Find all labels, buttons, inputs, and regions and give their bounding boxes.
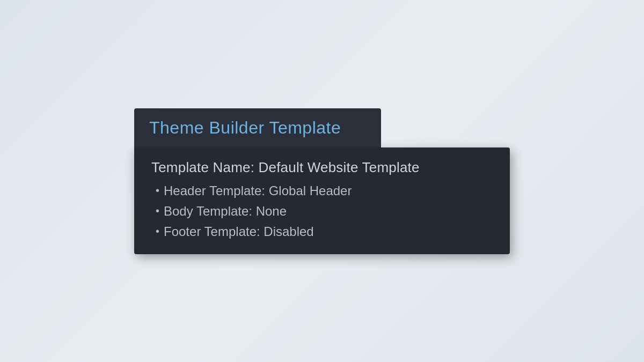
bullet-icon: •: [156, 184, 159, 197]
list-item: • Footer Template: Disabled: [151, 224, 493, 239]
bullet-icon: •: [156, 205, 159, 217]
tooltip-title: Theme Builder Template: [149, 118, 341, 137]
template-name-row: Template Name: Default Website Template: [151, 159, 493, 176]
list-item: • Body Template: None: [151, 204, 493, 219]
bullet-icon: •: [156, 225, 159, 238]
header-template-label: Header Template: Global Header: [164, 183, 352, 198]
theme-builder-tooltip: Theme Builder Template Template Name: De…: [134, 108, 510, 254]
footer-template-label: Footer Template: Disabled: [164, 224, 314, 239]
tooltip-header: Theme Builder Template: [134, 108, 381, 147]
tooltip-body: Template Name: Default Website Template …: [134, 147, 510, 254]
body-template-label: Body Template: None: [164, 204, 287, 219]
list-item: • Header Template: Global Header: [151, 183, 493, 198]
